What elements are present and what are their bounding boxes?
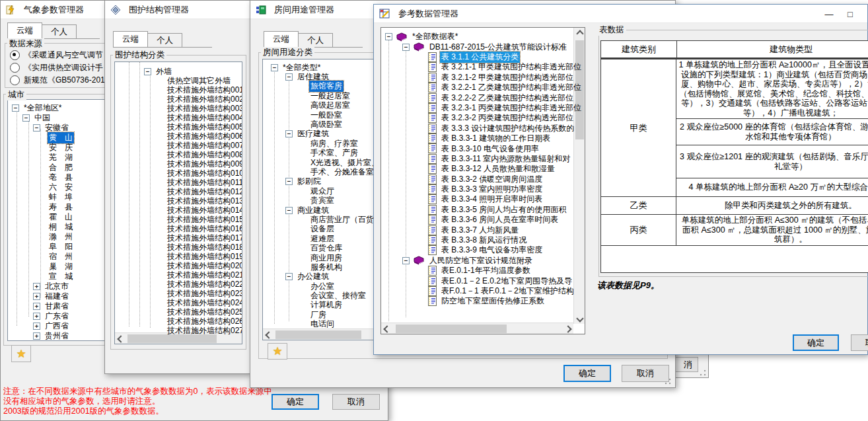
tree-item[interactable]: 表 3.2.3-2 丙类建筑围护结构透光部位 [381, 113, 585, 123]
tree-item[interactable]: 表 3.2.3-1 丙类建筑围护结构非透光部位 [381, 103, 585, 113]
cancel-button-partial[interactable]: 消 [676, 357, 698, 372]
tab-cloud[interactable]: 云端 [7, 22, 42, 38]
column-header: 建筑类别 [601, 41, 677, 57]
collapse-icon[interactable]: − [285, 178, 293, 185]
ok-button[interactable]: 确定 [563, 365, 611, 382]
collapse-icon[interactable]: − [12, 104, 19, 112]
document-icon [428, 113, 437, 123]
collapse-icon[interactable]: − [33, 124, 40, 132]
tree-item[interactable]: 表 3.2.1-2 甲类建筑围护结构透光部位 [381, 73, 585, 83]
collapse-icon[interactable]: − [271, 64, 278, 71]
radio-icon[interactable] [10, 75, 20, 85]
radio-option[interactable]: 新规范《GB50736-2012 [10, 74, 109, 86]
title-bar[interactable]: 围护结构管理器 [105, 1, 250, 19]
document-icon [428, 143, 437, 153]
tree-item[interactable]: 表 B.3.3-11 室内热源散热量辐射和对 [381, 154, 585, 164]
scrollbar-thumb[interactable] [275, 330, 361, 339]
document-icon [428, 52, 437, 62]
column-header: 建筑物类型 [677, 41, 868, 57]
table-cell: 4 单栋建筑的地上部分面积 A≥20 万㎡的大型综合体建筑 [676, 178, 868, 196]
document-icon [428, 235, 437, 245]
tree-item[interactable]: 表 B.3.3-2 供暖空调房间温度 [381, 174, 585, 184]
tree-item-label: 电话间 [309, 319, 336, 330]
tab-personal[interactable]: 个人 [147, 33, 182, 47]
collapse-icon[interactable]: − [285, 130, 293, 137]
scrollbar-thumb[interactable] [396, 325, 507, 333]
cancel-button[interactable]: 取消 [622, 365, 669, 382]
collapse-icon[interactable]: − [22, 114, 30, 122]
tree-item[interactable]: −DB11-687-2015-公共建筑节能设计标准 [381, 42, 585, 52]
table-cell: 2 观众座位≥5000 座的体育馆（包括综合体育馆、游泳馆、跳水馆和其他专项体育… [676, 118, 868, 145]
table-cell: 单栋建筑的地上部分面积 A≤300 ㎡的建筑（不包括单栋建筑面积 A≤300 ㎡… [676, 215, 868, 245]
expand-icon[interactable]: + [33, 323, 40, 330]
minimize-button[interactable]: — [814, 5, 844, 23]
ok-button[interactable]: 确定 [793, 334, 839, 351]
tree-item[interactable]: 表 B.3.3-8 新风运行情况 [381, 235, 585, 245]
tree-item[interactable]: 表 B.3.3-10 电气设备使用率 [381, 143, 585, 153]
tree-item[interactable]: 表 B.3.3-7 人均新风量 [381, 225, 585, 235]
radio-icon[interactable] [10, 50, 20, 60]
collapse-icon[interactable]: − [402, 257, 410, 264]
tab-cloud[interactable]: 云端 [264, 31, 299, 47]
collapse-icon[interactable]: − [285, 207, 293, 214]
category-cell: 甲类 [601, 59, 676, 196]
tree-item[interactable]: 表 B.3.3-12 人员散热量和散湿量 [381, 164, 585, 174]
tree-item[interactable]: −人民防空地下室设计规范附录 [381, 256, 585, 266]
collapse-icon[interactable]: − [285, 273, 293, 280]
tree-item[interactable]: 表 B.3.3-4 照明开启率时间表 [381, 194, 585, 204]
tree-item[interactable]: 表 B.3.3-9 电气设备功率密度 [381, 245, 585, 255]
resize-grip[interactable] [699, 369, 707, 377]
envelope-tree[interactable]: −外墙供热空调其它外墙技术措施外墙结构001技术措施外墙结构002技术措施外墙结… [114, 61, 242, 344]
collapse-icon[interactable]: − [402, 44, 410, 51]
tree-item[interactable]: 表 3.2.2-2 乙类建筑围护结构透光部位 [381, 93, 585, 102]
tree-item[interactable]: 表 3.2.2-1 乙类建筑围护结构非透光部位 [381, 83, 585, 93]
favorite-star-button[interactable]: ★ [268, 343, 287, 360]
expand-icon[interactable]: + [33, 283, 40, 290]
tree-item[interactable]: 表 3.2.1-1 甲类建筑围护结构非透光部位 [381, 62, 585, 72]
radio-option[interactable]: 《实用供热空调设计手 [10, 61, 109, 73]
expand-icon[interactable]: + [33, 293, 40, 300]
tree-item[interactable]: −*全部数据表* [381, 32, 585, 42]
expand-icon[interactable]: + [33, 303, 40, 310]
ok-button[interactable]: 确定 [271, 394, 319, 410]
title-bar[interactable]: 参考数据管理器 — □ [374, 5, 867, 23]
data-table-tree[interactable]: −*全部数据表*−DB11-687-2015-公共建筑节能设计标准表 3.1.1… [380, 27, 585, 334]
tree-item[interactable]: 表 B.3.3-6 房间人员在室率时间表 [381, 215, 585, 225]
horizontal-scrollbar[interactable] [381, 323, 573, 334]
table-row: 甲类1 单栋建筑的地上部分面积 A≥10000㎡，且全面设置空气调节设施的下列类… [601, 59, 868, 196]
collapse-icon[interactable]: − [144, 68, 151, 75]
tree-item[interactable]: 防空地下室壁面传热修正系数 [381, 296, 585, 306]
desktop: { "ui": { "tabs": ["云端", "个人"], "ok": "确… [0, 0, 868, 421]
radio-option[interactable]: 《采暖通风与空气调节 [10, 49, 109, 61]
tab-personal[interactable]: 个人 [42, 24, 77, 38]
tree-item[interactable]: 表 3.1.1 公共建筑分类 [381, 52, 585, 62]
tree-item[interactable]: 表 B.3.3-5 房间人均占有的使用面积 [381, 205, 585, 215]
collapse-icon[interactable]: − [385, 33, 392, 40]
radio-label: 《采暖通风与空气调节 [24, 50, 103, 61]
resize-grip[interactable] [664, 377, 672, 385]
tree-item[interactable]: 表 3.3.3 设计建筑围护结构传热系数的 [381, 124, 585, 134]
tab-strip: 云端 个人 [113, 31, 212, 48]
maximize-button[interactable]: □ [844, 5, 867, 23]
background-dialog-fragment: 消 [676, 355, 709, 378]
tab-cloud[interactable]: 云端 [113, 31, 148, 47]
tree-item[interactable]: 表E.0.1－2 E.0.2地下室周围导热及导 [381, 276, 585, 286]
tree-item[interactable]: 表 B.3.3-1 建筑物的工作日期表 [381, 134, 585, 143]
collapse-icon[interactable]: − [285, 73, 293, 81]
radio-icon[interactable] [10, 63, 20, 73]
tree-item[interactable]: 技术措施外墙结构027 [115, 326, 242, 335]
warning-line: 没有相应城市的气象参数，选用时请注意。 [3, 397, 272, 406]
expand-icon[interactable]: + [33, 332, 40, 340]
cancel-button[interactable]: 取消 [851, 334, 868, 351]
tree-item[interactable]: 表 B.3.3-3 室内照明功率密度 [381, 184, 585, 194]
cancel-button[interactable]: 取消 [332, 394, 380, 410]
document-icon [428, 276, 437, 286]
tree-item[interactable]: 表E.0.1-1年平均温度参数 [381, 266, 585, 276]
tree-item-label: 技术措施外墙结构027 [166, 325, 242, 336]
tree-item[interactable]: 表F.0.1－1 表F.0.1－2地下室维护结构 [381, 286, 585, 296]
tab-personal[interactable]: 个人 [298, 33, 333, 47]
document-icon [428, 103, 437, 113]
favorite-star-button[interactable]: ★ [11, 345, 31, 362]
document-icon [428, 62, 437, 72]
expand-icon[interactable]: + [33, 313, 40, 320]
